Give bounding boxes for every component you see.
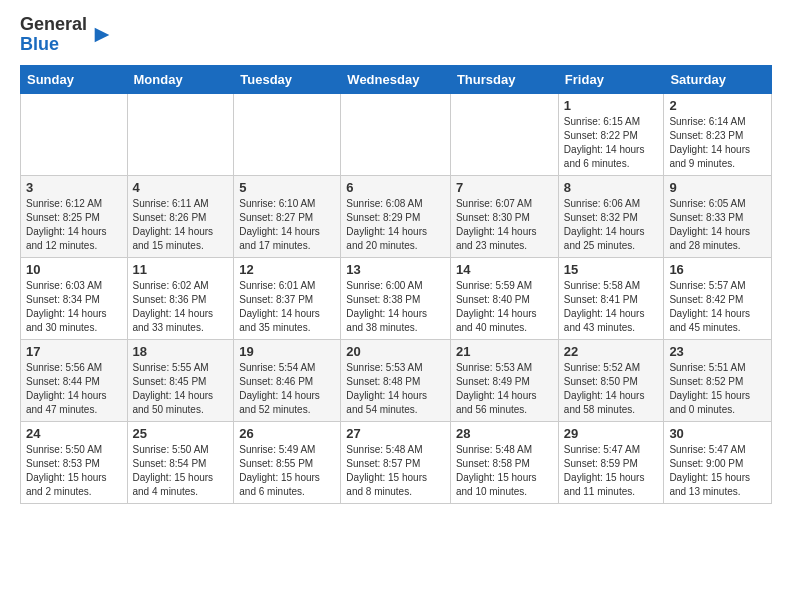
day-info: Sunrise: 6:12 AM Sunset: 8:25 PM Dayligh… bbox=[26, 197, 122, 253]
day-number: 6 bbox=[346, 180, 445, 195]
day-info: Sunrise: 6:03 AM Sunset: 8:34 PM Dayligh… bbox=[26, 279, 122, 335]
day-info: Sunrise: 6:14 AM Sunset: 8:23 PM Dayligh… bbox=[669, 115, 766, 171]
week-row-5: 24Sunrise: 5:50 AM Sunset: 8:53 PM Dayli… bbox=[21, 421, 772, 503]
week-row-2: 3Sunrise: 6:12 AM Sunset: 8:25 PM Daylig… bbox=[21, 175, 772, 257]
day-number: 26 bbox=[239, 426, 335, 441]
day-cell: 3Sunrise: 6:12 AM Sunset: 8:25 PM Daylig… bbox=[21, 175, 128, 257]
header-wednesday: Wednesday bbox=[341, 65, 451, 93]
header-saturday: Saturday bbox=[664, 65, 772, 93]
day-cell bbox=[450, 93, 558, 175]
week-row-4: 17Sunrise: 5:56 AM Sunset: 8:44 PM Dayli… bbox=[21, 339, 772, 421]
day-number: 20 bbox=[346, 344, 445, 359]
day-info: Sunrise: 5:53 AM Sunset: 8:48 PM Dayligh… bbox=[346, 361, 445, 417]
day-cell: 13Sunrise: 6:00 AM Sunset: 8:38 PM Dayli… bbox=[341, 257, 451, 339]
day-info: Sunrise: 5:57 AM Sunset: 8:42 PM Dayligh… bbox=[669, 279, 766, 335]
day-number: 17 bbox=[26, 344, 122, 359]
calendar-header: SundayMondayTuesdayWednesdayThursdayFrid… bbox=[21, 65, 772, 93]
day-cell: 28Sunrise: 5:48 AM Sunset: 8:58 PM Dayli… bbox=[450, 421, 558, 503]
day-cell: 14Sunrise: 5:59 AM Sunset: 8:40 PM Dayli… bbox=[450, 257, 558, 339]
day-info: Sunrise: 5:59 AM Sunset: 8:40 PM Dayligh… bbox=[456, 279, 553, 335]
day-cell: 11Sunrise: 6:02 AM Sunset: 8:36 PM Dayli… bbox=[127, 257, 234, 339]
logo-general: General bbox=[20, 14, 87, 34]
day-cell: 5Sunrise: 6:10 AM Sunset: 8:27 PM Daylig… bbox=[234, 175, 341, 257]
day-number: 22 bbox=[564, 344, 659, 359]
day-info: Sunrise: 5:54 AM Sunset: 8:46 PM Dayligh… bbox=[239, 361, 335, 417]
day-cell bbox=[127, 93, 234, 175]
day-info: Sunrise: 5:55 AM Sunset: 8:45 PM Dayligh… bbox=[133, 361, 229, 417]
day-number: 10 bbox=[26, 262, 122, 277]
page-container: General Blue SundayMondayTuesdayWednesda… bbox=[0, 0, 792, 519]
day-number: 11 bbox=[133, 262, 229, 277]
day-cell bbox=[21, 93, 128, 175]
day-cell: 29Sunrise: 5:47 AM Sunset: 8:59 PM Dayli… bbox=[558, 421, 664, 503]
day-number: 3 bbox=[26, 180, 122, 195]
day-info: Sunrise: 5:50 AM Sunset: 8:53 PM Dayligh… bbox=[26, 443, 122, 499]
calendar-body: 1Sunrise: 6:15 AM Sunset: 8:22 PM Daylig… bbox=[21, 93, 772, 503]
day-info: Sunrise: 5:51 AM Sunset: 8:52 PM Dayligh… bbox=[669, 361, 766, 417]
day-info: Sunrise: 6:05 AM Sunset: 8:33 PM Dayligh… bbox=[669, 197, 766, 253]
day-info: Sunrise: 5:52 AM Sunset: 8:50 PM Dayligh… bbox=[564, 361, 659, 417]
day-number: 2 bbox=[669, 98, 766, 113]
day-cell: 20Sunrise: 5:53 AM Sunset: 8:48 PM Dayli… bbox=[341, 339, 451, 421]
day-cell: 26Sunrise: 5:49 AM Sunset: 8:55 PM Dayli… bbox=[234, 421, 341, 503]
day-cell: 27Sunrise: 5:48 AM Sunset: 8:57 PM Dayli… bbox=[341, 421, 451, 503]
logo-blue: Blue bbox=[20, 34, 59, 54]
day-cell: 21Sunrise: 5:53 AM Sunset: 8:49 PM Dayli… bbox=[450, 339, 558, 421]
day-info: Sunrise: 5:47 AM Sunset: 9:00 PM Dayligh… bbox=[669, 443, 766, 499]
day-cell: 9Sunrise: 6:05 AM Sunset: 8:33 PM Daylig… bbox=[664, 175, 772, 257]
svg-marker-0 bbox=[95, 27, 110, 42]
day-cell: 1Sunrise: 6:15 AM Sunset: 8:22 PM Daylig… bbox=[558, 93, 664, 175]
logo: General Blue bbox=[20, 15, 113, 55]
day-number: 16 bbox=[669, 262, 766, 277]
header-friday: Friday bbox=[558, 65, 664, 93]
day-number: 28 bbox=[456, 426, 553, 441]
day-cell: 18Sunrise: 5:55 AM Sunset: 8:45 PM Dayli… bbox=[127, 339, 234, 421]
day-number: 19 bbox=[239, 344, 335, 359]
day-info: Sunrise: 6:08 AM Sunset: 8:29 PM Dayligh… bbox=[346, 197, 445, 253]
day-info: Sunrise: 5:47 AM Sunset: 8:59 PM Dayligh… bbox=[564, 443, 659, 499]
day-number: 1 bbox=[564, 98, 659, 113]
day-info: Sunrise: 5:49 AM Sunset: 8:55 PM Dayligh… bbox=[239, 443, 335, 499]
day-cell bbox=[234, 93, 341, 175]
day-info: Sunrise: 6:06 AM Sunset: 8:32 PM Dayligh… bbox=[564, 197, 659, 253]
day-cell: 25Sunrise: 5:50 AM Sunset: 8:54 PM Dayli… bbox=[127, 421, 234, 503]
day-number: 18 bbox=[133, 344, 229, 359]
day-number: 25 bbox=[133, 426, 229, 441]
day-info: Sunrise: 6:00 AM Sunset: 8:38 PM Dayligh… bbox=[346, 279, 445, 335]
day-cell: 24Sunrise: 5:50 AM Sunset: 8:53 PM Dayli… bbox=[21, 421, 128, 503]
day-cell: 8Sunrise: 6:06 AM Sunset: 8:32 PM Daylig… bbox=[558, 175, 664, 257]
day-info: Sunrise: 6:01 AM Sunset: 8:37 PM Dayligh… bbox=[239, 279, 335, 335]
day-info: Sunrise: 6:07 AM Sunset: 8:30 PM Dayligh… bbox=[456, 197, 553, 253]
day-info: Sunrise: 5:56 AM Sunset: 8:44 PM Dayligh… bbox=[26, 361, 122, 417]
day-cell: 4Sunrise: 6:11 AM Sunset: 8:26 PM Daylig… bbox=[127, 175, 234, 257]
day-number: 7 bbox=[456, 180, 553, 195]
day-number: 14 bbox=[456, 262, 553, 277]
day-number: 21 bbox=[456, 344, 553, 359]
day-info: Sunrise: 6:02 AM Sunset: 8:36 PM Dayligh… bbox=[133, 279, 229, 335]
day-info: Sunrise: 6:10 AM Sunset: 8:27 PM Dayligh… bbox=[239, 197, 335, 253]
day-number: 13 bbox=[346, 262, 445, 277]
header-monday: Monday bbox=[127, 65, 234, 93]
day-number: 27 bbox=[346, 426, 445, 441]
day-cell: 19Sunrise: 5:54 AM Sunset: 8:46 PM Dayli… bbox=[234, 339, 341, 421]
header-sunday: Sunday bbox=[21, 65, 128, 93]
day-cell bbox=[341, 93, 451, 175]
day-cell: 16Sunrise: 5:57 AM Sunset: 8:42 PM Dayli… bbox=[664, 257, 772, 339]
day-number: 30 bbox=[669, 426, 766, 441]
day-cell: 7Sunrise: 6:07 AM Sunset: 8:30 PM Daylig… bbox=[450, 175, 558, 257]
day-number: 24 bbox=[26, 426, 122, 441]
day-cell: 17Sunrise: 5:56 AM Sunset: 8:44 PM Dayli… bbox=[21, 339, 128, 421]
calendar-table: SundayMondayTuesdayWednesdayThursdayFrid… bbox=[20, 65, 772, 504]
day-info: Sunrise: 5:53 AM Sunset: 8:49 PM Dayligh… bbox=[456, 361, 553, 417]
header-tuesday: Tuesday bbox=[234, 65, 341, 93]
day-cell: 6Sunrise: 6:08 AM Sunset: 8:29 PM Daylig… bbox=[341, 175, 451, 257]
day-number: 8 bbox=[564, 180, 659, 195]
day-cell: 30Sunrise: 5:47 AM Sunset: 9:00 PM Dayli… bbox=[664, 421, 772, 503]
day-info: Sunrise: 6:11 AM Sunset: 8:26 PM Dayligh… bbox=[133, 197, 229, 253]
day-cell: 12Sunrise: 6:01 AM Sunset: 8:37 PM Dayli… bbox=[234, 257, 341, 339]
day-info: Sunrise: 5:50 AM Sunset: 8:54 PM Dayligh… bbox=[133, 443, 229, 499]
day-info: Sunrise: 5:58 AM Sunset: 8:41 PM Dayligh… bbox=[564, 279, 659, 335]
day-number: 4 bbox=[133, 180, 229, 195]
day-info: Sunrise: 5:48 AM Sunset: 8:58 PM Dayligh… bbox=[456, 443, 553, 499]
day-cell: 2Sunrise: 6:14 AM Sunset: 8:23 PM Daylig… bbox=[664, 93, 772, 175]
